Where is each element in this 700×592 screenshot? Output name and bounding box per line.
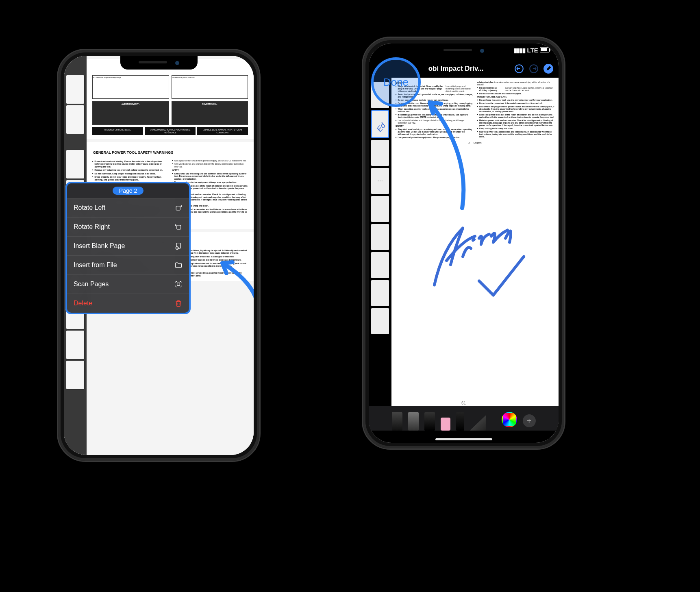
scan-icon — [174, 280, 183, 288]
warning-box: AVERTISSEMENT : — [92, 101, 169, 125]
thumbnail-selected[interactable]: Ed — [371, 110, 389, 138]
page-context-menu: Page 2 Rotate Left Rotate Right Insert B… — [65, 182, 191, 314]
redo-button[interactable] — [528, 63, 539, 74]
rotate-right-icon — [174, 223, 183, 231]
notch — [425, 44, 502, 57]
menu-scan-pages[interactable]: Scan Pages — [67, 274, 189, 294]
warning-box: ADVERTENCIA: — [172, 101, 248, 125]
annotation-arrow — [422, 96, 470, 210]
thumbnail[interactable] — [371, 140, 389, 166]
manual-badge: MANUAL FOR REFERENCE — [92, 127, 143, 135]
document-page[interactable]: SAFETY Plugs must match the outlet. Neve… — [391, 78, 559, 406]
undo-icon — [514, 63, 524, 74]
menu-insert-file[interactable]: Insert from File — [67, 255, 189, 274]
eraser-tool[interactable] — [441, 418, 450, 431]
thumbnail[interactable] — [66, 105, 84, 134]
phone-right: ▮▮▮▮ LTE obi Impact Driv... Done Ed ⋯ — [362, 37, 565, 450]
markup-pen-icon — [543, 63, 554, 74]
notch — [120, 56, 198, 70]
marker-tool[interactable] — [424, 412, 435, 431]
page-footer: 2 — English — [396, 141, 554, 144]
svg-rect-1 — [177, 225, 181, 229]
manual-badge: GUARDE ESTE MANUAL PARA FUTURAS CONSULTA… — [197, 127, 248, 135]
ruler-tool[interactable] — [470, 415, 486, 431]
thumbnail[interactable] — [371, 196, 389, 222]
status-icons: ▮▮▮▮ LTE — [514, 47, 550, 59]
svg-rect-4 — [177, 283, 180, 286]
markup-toolbar: + — [369, 406, 559, 431]
color-picker[interactable] — [502, 412, 517, 427]
thumbnail[interactable] — [66, 150, 84, 178]
manual-badge: CONSERVER CE MANUEL POUR FUTURE RÉFÉRENC… — [145, 127, 196, 135]
undo-button[interactable] — [514, 63, 524, 74]
pencil-tool[interactable] — [408, 412, 419, 431]
phone-left: ■ Commande de pièces et dépannage ■ Pedi… — [57, 49, 261, 462]
handwriting-annotation — [404, 200, 554, 306]
trash-icon — [174, 299, 183, 307]
menu-delete[interactable]: Delete — [67, 294, 189, 313]
thumbnail[interactable] — [66, 361, 84, 389]
page-indicator: 61 — [369, 401, 559, 405]
thumbnail-sidebar[interactable]: Ed ⋯ — [369, 78, 391, 406]
folder-icon — [174, 261, 183, 269]
thumbnail[interactable] — [371, 252, 389, 278]
thumbnail[interactable] — [66, 75, 84, 104]
rotate-left-icon — [174, 204, 183, 212]
thumbnail[interactable] — [371, 308, 389, 334]
redo-icon — [528, 63, 539, 74]
thumbnail[interactable] — [371, 224, 389, 250]
done-button-highlight[interactable]: Done — [371, 57, 421, 107]
add-button[interactable]: + — [523, 414, 536, 427]
menu-rotate-right[interactable]: Rotate Right — [67, 217, 189, 236]
thumbnail-more[interactable]: ⋯ — [371, 168, 389, 194]
thumbnail[interactable] — [66, 331, 84, 359]
menu-rotate-left[interactable]: Rotate Left — [67, 198, 189, 217]
svg-text:Ed: Ed — [375, 121, 387, 133]
menu-title: Page 2 — [67, 183, 189, 198]
svg-rect-0 — [176, 206, 180, 210]
home-indicator[interactable] — [435, 438, 492, 440]
insert-page-icon — [174, 242, 183, 250]
pen-tool[interactable] — [392, 412, 402, 431]
page-heading: GENERAL POWER TOOL SAFETY WARNINGS — [92, 149, 248, 157]
markup-button[interactable] — [543, 63, 554, 74]
thumbnail[interactable] — [371, 280, 389, 306]
lasso-tool[interactable] — [456, 412, 464, 431]
menu-insert-blank[interactable]: Insert Blank Page — [67, 236, 189, 255]
annotation-arrow — [214, 259, 254, 324]
doc-heading: POWER TOOL USE AND CARE — [477, 96, 507, 98]
